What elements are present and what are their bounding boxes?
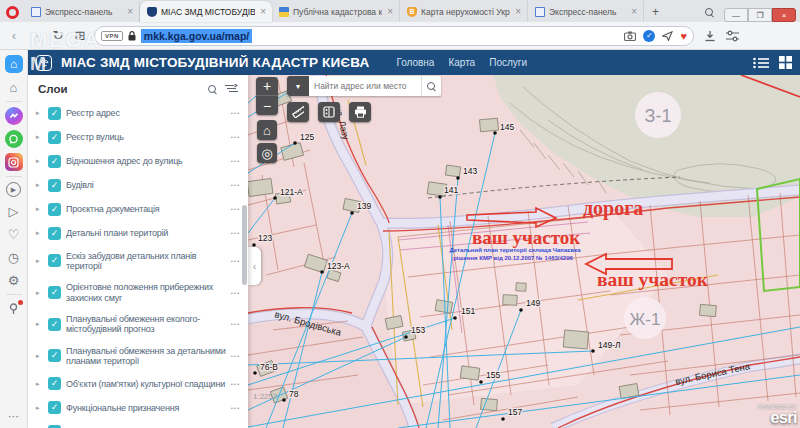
my-flow-send-icon[interactable] xyxy=(662,31,673,41)
layer-checkbox[interactable]: ✓ xyxy=(48,286,61,299)
expand-caret-icon[interactable]: ▸ xyxy=(36,404,43,412)
panel-collapse-handle[interactable]: ‹ xyxy=(248,247,261,285)
expand-caret-icon[interactable]: ▸ xyxy=(36,257,43,265)
layer-row-coastal[interactable]: ▸✓Орієнтовне положення прибережних захис… xyxy=(36,277,240,309)
expand-caret-icon[interactable]: ▸ xyxy=(36,157,43,165)
favorites-heart-icon[interactable]: ♡ xyxy=(5,225,23,243)
panel-scrollbar-thumb[interactable] xyxy=(242,205,247,285)
layer-row-plan-limits[interactable]: ▸✓Планувальні обмеження за детальними пл… xyxy=(36,340,240,372)
expand-caret-icon[interactable]: ▸ xyxy=(36,181,43,189)
tab-close-icon[interactable]: × xyxy=(630,6,638,17)
settings-sliders-icon[interactable] xyxy=(726,30,739,42)
map-search-input[interactable] xyxy=(309,76,421,96)
tab-public-cadastre[interactable]: Публічна кадастрова карта × xyxy=(272,1,400,22)
layer-checkbox[interactable]: ✓ xyxy=(48,318,61,331)
tab-close-icon[interactable]: × xyxy=(259,6,267,17)
layer-options-icon[interactable]: ••• xyxy=(231,230,240,236)
menu-services[interactable]: Послуги xyxy=(489,57,527,68)
expand-caret-icon[interactable]: ▸ xyxy=(36,133,43,141)
zoom-in-button[interactable]: + xyxy=(256,77,278,96)
tab-close-icon[interactable]: × xyxy=(514,6,522,17)
layer-row-admin-districts[interactable]: ▸✓Адміністративні райони у містах••• xyxy=(36,420,240,428)
tab-express-panel-1[interactable]: Экспресс-панель × xyxy=(24,1,140,22)
bookmark-heart-icon[interactable]: ♥ xyxy=(680,30,687,42)
expand-caret-icon[interactable]: ▸ xyxy=(36,289,43,297)
tab-search-icon[interactable] xyxy=(695,8,724,22)
layer-options-icon[interactable]: ••• xyxy=(231,290,240,296)
sidebar-more-icon[interactable]: ⋯ xyxy=(5,407,23,425)
url-text[interactable]: mkk.kga.gov.ua/map/ xyxy=(141,29,252,43)
my-flow-icon[interactable]: ▷ xyxy=(5,202,23,220)
layer-options-icon[interactable]: ••• xyxy=(231,182,240,188)
apps-grid-icon[interactable] xyxy=(779,56,792,69)
expand-caret-icon[interactable]: ▸ xyxy=(36,229,43,237)
address-field[interactable]: VPN mkk.kga.gov.ua/map/ ✓ ♥ xyxy=(94,26,694,46)
layer-options-icon[interactable]: ••• xyxy=(231,405,240,411)
whatsapp-icon[interactable] xyxy=(5,130,23,148)
expand-caret-icon[interactable]: ▸ xyxy=(36,380,43,388)
layer-filter-icon[interactable] xyxy=(225,84,238,94)
sync-badge-icon[interactable]: ✓ xyxy=(643,30,655,42)
opera-logo-icon[interactable] xyxy=(6,6,19,19)
layer-checkbox[interactable]: ✓ xyxy=(48,227,61,240)
layer-options-icon[interactable]: ••• xyxy=(231,110,240,116)
back-button[interactable]: ‹ xyxy=(6,28,22,43)
layer-checkbox[interactable]: ✓ xyxy=(48,131,61,144)
downloads-icon[interactable] xyxy=(704,30,716,42)
layer-checkbox[interactable]: ✓ xyxy=(48,155,61,168)
window-minimize-button[interactable]: — xyxy=(724,8,748,22)
legend-tool-button[interactable] xyxy=(318,102,340,122)
menu-map[interactable]: Карта xyxy=(448,57,475,68)
locate-button[interactable]: ◎ xyxy=(257,143,277,163)
layer-checkbox[interactable]: ✓ xyxy=(48,203,61,216)
layer-row-buildings[interactable]: ▸✓Будівлі••• xyxy=(36,173,240,197)
layer-options-icon[interactable]: ••• xyxy=(231,134,240,140)
legend-list-icon[interactable] xyxy=(753,57,769,69)
instagram-icon[interactable] xyxy=(5,153,23,171)
layer-search-icon[interactable] xyxy=(208,85,217,94)
new-tab-button[interactable]: + xyxy=(644,5,667,22)
layer-row-sketch[interactable]: ▸✓Ескіз забудови детальних планів терито… xyxy=(36,245,240,277)
layer-row-eco-limits[interactable]: ▸✓Планувальні обмеження еколого-містобуд… xyxy=(36,308,240,340)
layer-row-functional[interactable]: ▸✓Функціональне призначення••• xyxy=(36,396,240,420)
tab-close-icon[interactable]: × xyxy=(126,6,134,17)
speed-dial-home-icon[interactable]: ⌂ xyxy=(5,55,23,73)
layer-checkbox[interactable]: ✓ xyxy=(48,179,61,192)
pinboard-icon[interactable] xyxy=(5,300,23,318)
layer-options-icon[interactable]: ••• xyxy=(231,206,240,212)
speed-dial-button[interactable]: ⊞ xyxy=(72,28,88,43)
reload-button[interactable]: ↻ xyxy=(50,28,66,43)
tab-close-icon[interactable]: × xyxy=(386,6,394,17)
settings-gear-icon[interactable]: ⚙ xyxy=(5,271,23,289)
tab-mias-active[interactable]: МІАС ЗМД МІСТОБУДІВНИЙ × xyxy=(140,1,272,22)
layer-options-icon[interactable]: ••• xyxy=(231,258,240,264)
layer-row-project-doc[interactable]: ▸✓Проєктна документація••• xyxy=(36,197,240,221)
search-go-button[interactable] xyxy=(421,76,441,96)
forward-button[interactable]: › xyxy=(28,28,44,43)
tab-real-estate-map[interactable]: B Карта нерухомості України × xyxy=(400,1,528,22)
layer-row-heritage[interactable]: ▸✓Об'єкти (пам'ятки) культурної спадщини… xyxy=(36,372,240,396)
layer-options-icon[interactable]: ••• xyxy=(231,158,240,164)
map-canvas[interactable]: З-1 Ж-1 вул. Лазу вул. Бродівська вул. Б… xyxy=(248,75,800,428)
layer-row-addresses[interactable]: ▸✓Реєстр адрес••• xyxy=(36,101,240,125)
layer-checkbox[interactable]: ✓ xyxy=(48,401,61,414)
layer-row-detail-plans[interactable]: ▸✓Детальні плани територій••• xyxy=(36,221,240,245)
tab-express-panel-2[interactable]: Экспресс-панель × xyxy=(528,1,644,22)
expand-caret-icon[interactable]: ▸ xyxy=(36,352,43,360)
layer-options-icon[interactable]: ••• xyxy=(231,321,240,327)
messenger-icon[interactable] xyxy=(5,107,23,125)
snapshot-camera-icon[interactable] xyxy=(624,31,636,41)
expand-caret-icon[interactable]: ▸ xyxy=(36,320,43,328)
expand-caret-icon[interactable]: ▸ xyxy=(36,109,43,117)
search-dropdown-button[interactable]: ▾ xyxy=(287,76,309,96)
history-clock-icon[interactable]: ◷ xyxy=(5,248,23,266)
layer-checkbox[interactable]: ✓ xyxy=(48,107,61,120)
layer-checkbox[interactable]: ✓ xyxy=(48,377,61,390)
layer-row-streets[interactable]: ▸✓Реєстр вулиць••• xyxy=(36,125,240,149)
layer-checkbox[interactable]: ✓ xyxy=(48,254,61,267)
layer-options-icon[interactable]: ••• xyxy=(231,353,240,359)
menu-home[interactable]: Головна xyxy=(396,57,434,68)
expand-caret-icon[interactable]: ▸ xyxy=(36,205,43,213)
start-page-icon[interactable]: ⌂ xyxy=(5,78,23,96)
window-maximize-button[interactable]: ❐ xyxy=(748,8,772,22)
